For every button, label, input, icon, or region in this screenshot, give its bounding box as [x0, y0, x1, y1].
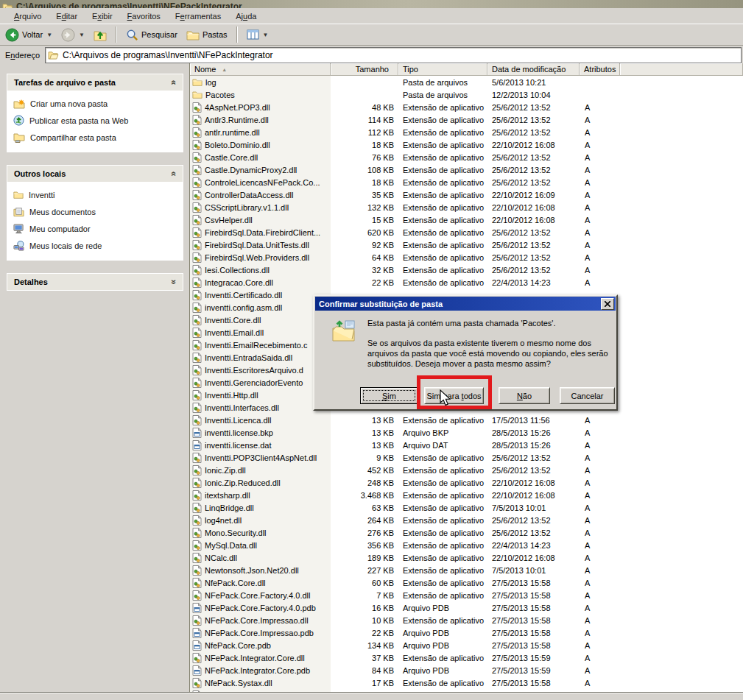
sidebar-item-compartilhar-esta-pasta[interactable]: Compartilhar esta pasta: [13, 131, 180, 144]
file-row[interactable]: 4AspNet.POP3.dll48 KBExtensão de aplicat…: [190, 101, 743, 113]
file-row[interactable]: itextsharp.dll3.468 KBExtensão de aplica…: [190, 489, 743, 501]
sidebar-item-meus-documentos[interactable]: Meus documentos: [13, 205, 180, 218]
folders-button[interactable]: Pastas: [184, 29, 230, 41]
forward-dropdown-icon[interactable]: ▼: [79, 32, 85, 38]
file-row[interactable]: CsvHelper.dll15 KBExtensão de aplicativo…: [190, 213, 743, 226]
folder-replace-icon: [331, 319, 357, 343]
window-titlebar[interactable]: C:\Arquivos de programas\Inventti\NFePac…: [0, 0, 743, 8]
file-row[interactable]: NFePack.Core.Factory.4.0.dll7 KBExtensão…: [190, 589, 743, 601]
panel-header-details[interactable]: Detalhes»: [7, 274, 183, 290]
file-type-cell: Extensão de aplicativo: [398, 451, 487, 464]
sidebar-item-meus-locais-de-rede[interactable]: Meus locais de rede: [13, 239, 180, 252]
dll-icon: [192, 615, 202, 626]
chevron-up-icon[interactable]: «: [169, 80, 180, 85]
close-icon[interactable]: [601, 298, 614, 310]
file-size-cell: 92 KB: [331, 238, 398, 251]
file-name: Inventti.Email.dll: [205, 328, 264, 337]
file-row[interactable]: NFePack.Core.Impressao.dll10 KBExtensão …: [190, 614, 743, 626]
panel-header-other-places[interactable]: Outros locais«: [7, 166, 183, 182]
sidebar-item-criar-uma-nova-pasta[interactable]: Criar uma nova pasta: [13, 97, 180, 110]
sidebar-item-label: Publicar esta pasta na Web: [29, 116, 128, 125]
forward-button[interactable]: ▼: [59, 27, 87, 43]
menu-exibir[interactable]: Exibir: [85, 10, 120, 23]
file-row[interactable]: CSScriptLibrary.v1.1.dll132 KBExtensão d…: [190, 201, 743, 213]
dialog-button-sim[interactable]: Sim: [360, 387, 418, 404]
file-row[interactable]: FirebirdSql.Data.FirebirdClient...620 KB…: [190, 226, 743, 238]
sidebar-item-label: Criar uma nova pasta: [30, 99, 108, 108]
menu-editar[interactable]: Editar: [49, 10, 85, 23]
file-row[interactable]: Boleto.Dominio.dll18 KBExtensão de aplic…: [190, 138, 743, 151]
column-header-date[interactable]: Data de modificação: [487, 63, 580, 76]
file-row[interactable]: Antlr3.Runtime.dll114 KBExtensão de apli…: [190, 113, 743, 126]
sidebar-item-inventti[interactable]: Inventti: [13, 188, 180, 201]
file-row[interactable]: NFePack.Integrator.Core.pdb84 KBArquivo …: [190, 664, 743, 676]
column-header-name[interactable]: Nome▲: [190, 63, 331, 76]
folders-icon: [186, 29, 200, 40]
back-dropdown-icon[interactable]: ▼: [46, 32, 52, 38]
column-header-attr[interactable]: Atributos: [580, 63, 620, 76]
file-row[interactable]: NFePack.Core.Factory.4.0.pdb16 KBArquivo…: [190, 601, 743, 614]
file-row[interactable]: NFePack.Core.Impressao.pdb22 KBArquivo P…: [190, 626, 743, 639]
views-dropdown-icon[interactable]: ▼: [263, 32, 269, 38]
views-button[interactable]: ▼: [244, 29, 271, 40]
panel-header-file-tasks[interactable]: Tarefas de arquivo e pasta«: [7, 74, 183, 91]
file-row[interactable]: inventti.license.dat13 KBArquivo DAT28/5…: [190, 439, 743, 451]
file-row[interactable]: Mono.Security.dll276 KBExtensão de aplic…: [190, 526, 743, 539]
file-type-cell: Arquivo PDB: [398, 639, 487, 651]
file-name: log4net.dll: [205, 516, 242, 525]
file-row[interactable]: antlr.runtime.dll112 KBExtensão de aplic…: [190, 126, 743, 138]
file-row[interactable]: Ionic.Zip.dll452 KBExtensão de aplicativ…: [190, 464, 743, 476]
menu-ajuda[interactable]: Ajuda: [228, 10, 264, 23]
file-row[interactable]: NFePack.Integrator.Core.dll37 KBExtensão…: [190, 651, 743, 664]
file-name: antlr.runtime.dll: [205, 128, 260, 137]
menu-ferramentas[interactable]: Ferramentas: [168, 10, 228, 23]
file-row[interactable]: Iesi.Collections.dll32 KBExtensão de apl…: [190, 264, 743, 276]
address-input[interactable]: C:\Arquivos de programas\Inventti\NFePac…: [45, 47, 742, 63]
sidebar-item-publicar-esta-pasta-na-web[interactable]: Publicar esta pasta na Web: [13, 114, 180, 127]
file-row[interactable]: NfePack.Core.dll60 KBExtensão de aplicat…: [190, 576, 743, 589]
file-size-cell: 276 KB: [331, 526, 398, 539]
file-row[interactable]: NfePack.Core.pdb134 KBArquivo PDB27/5/20…: [190, 639, 743, 651]
dialog-titlebar[interactable]: Confirmar substituição de pasta: [315, 297, 616, 311]
dialog-button-cancelar[interactable]: Cancelar: [560, 387, 615, 404]
back-button[interactable]: Voltar ▼: [3, 27, 54, 43]
file-row[interactable]: Inventti.POP3Client4AspNet.dll9 KBExtens…: [190, 451, 743, 464]
file-row[interactable]: logPasta de arquivos5/6/2013 10:21: [190, 76, 743, 88]
file-date-cell: 22/10/2012 16:08: [487, 138, 580, 151]
dialog-button-nao[interactable]: Não: [499, 387, 550, 404]
search-button[interactable]: Pesquisar: [124, 28, 180, 42]
file-row[interactable]: inventti.license.bkp13 KBArquivo BKP28/5…: [190, 426, 743, 439]
file-name-cell: CsvHelper.dll: [190, 213, 331, 226]
file-attr-cell: A: [580, 564, 620, 576]
file-row[interactable]: Castle.Core.dll76 KBExtensão de aplicati…: [190, 151, 743, 163]
column-header-type[interactable]: Tipo: [398, 63, 487, 76]
file-row[interactable]: NfePack.Systax.dll17 KBExtensão de aplic…: [190, 676, 743, 689]
file-row[interactable]: Inventti.Licenca.dll13 KBExtensão de apl…: [190, 414, 743, 426]
file-row[interactable]: Integracao.Core.dll22 KBExtensão de apli…: [190, 276, 743, 289]
up-button[interactable]: [91, 28, 109, 42]
file-row[interactable]: PacotesPasta de arquivos12/2/2013 10:04: [190, 88, 743, 101]
file-row[interactable]: Newtonsoft.Json.Net20.dll227 KBExtensão …: [190, 564, 743, 576]
file-name: Ionic.Zip.dll: [205, 466, 246, 475]
file-type-cell: Extensão de aplicativo: [398, 526, 487, 539]
file-row[interactable]: Castle.DynamicProxy2.dll108 KBExtensão d…: [190, 163, 743, 176]
file-row[interactable]: log4net.dll264 KBExtensão de aplicativo2…: [190, 514, 743, 526]
chevron-down-icon[interactable]: »: [169, 280, 180, 285]
column-header-size[interactable]: Tamanho: [331, 63, 398, 76]
file-row[interactable]: NCalc.dll189 KBExtensão de aplicativo22/…: [190, 551, 743, 564]
file-name: ControleLicencasNFePack.Co...: [205, 178, 320, 187]
file-row[interactable]: Ionic.Zip.Reduced.dll248 KBExtensão de a…: [190, 476, 743, 489]
file-name-cell: NfePack.Systax.dll: [190, 676, 331, 689]
menu-favoritos[interactable]: Favoritos: [120, 10, 168, 23]
file-row[interactable]: FirebirdSql.Web.Providers.dll64 KBExtens…: [190, 251, 743, 264]
sidebar-item-meu-computador[interactable]: Meu computador: [13, 222, 180, 235]
file-row[interactable]: MySql.Data.dll356 KBExtensão de aplicati…: [190, 539, 743, 551]
file-type-cell: Extensão de aplicativo: [398, 489, 487, 501]
menu-arquivo[interactable]: Arquivo: [7, 10, 49, 23]
file-row[interactable]: FirebirdSql.Data.UnitTests.dll92 KBExten…: [190, 238, 743, 251]
file-row[interactable]: ControllerDataAccess.dll35 KBExtensão de…: [190, 188, 743, 201]
file-name: NCalc.dll: [205, 554, 237, 562]
file-row[interactable]: LinqBridge.dll63 KBExtensão de aplicativ…: [190, 501, 743, 514]
chevron-up-icon[interactable]: «: [169, 172, 180, 177]
file-row[interactable]: ControleLicencasNFePack.Co...18 KBExtens…: [190, 176, 743, 188]
